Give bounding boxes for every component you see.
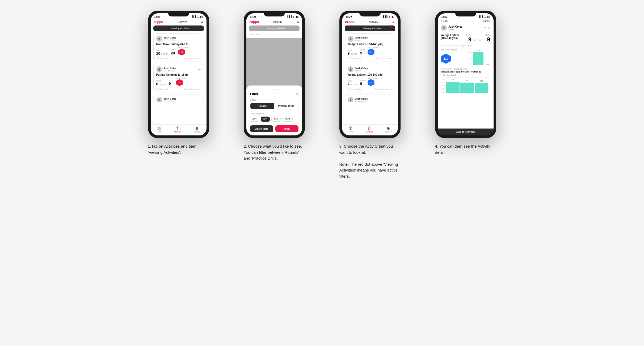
- shots-value-1: 20: [171, 51, 175, 55]
- three-dots-3c[interactable]: ···: [389, 98, 392, 102]
- viewing-bar-text-1: Viewing Activities: [171, 27, 190, 30]
- logo-3: clippd: [345, 20, 355, 24]
- session-title: Wedge Ladder (100-140 yds) - 06 Mar 23: [441, 71, 490, 73]
- card-title-3b: Wedge Ladder (100-140 yds): [348, 73, 392, 76]
- detail-bar-area: 100 50 0 130 APP: [454, 52, 490, 65]
- viewing-bar-2: ⚙ Viewing Activities: [249, 25, 300, 31]
- filter-toggle-row: Rounds Practice Drills: [250, 103, 298, 109]
- status-icons-3: ▐▐▐ ▲ ▮▯: [382, 15, 394, 18]
- three-dots-3b[interactable]: ···: [389, 67, 392, 71]
- detail-title-row: Wedge Ladder(100-140 yds) Score 9 OUT OF: [441, 34, 490, 43]
- phone-2: 13:21 ▐▐▐ ▲ ▮▯ clippd Activity ≡ ⚙ Vie: [244, 11, 305, 138]
- chip-arg[interactable]: ARG: [271, 117, 281, 122]
- practice-drills-button[interactable]: Practice Drills: [274, 103, 298, 109]
- activity-card-1[interactable]: 👤 Josh Coles 28 Feb 2023 ··· Must Make P…: [153, 33, 204, 62]
- activity-card-3b[interactable]: 👤 Josh Coles Today ··· Wedge Ladder (100…: [345, 64, 395, 92]
- detail-user-row: 👤 Josh Coles Today ✏ ⤡: [438, 24, 494, 32]
- nav-home-1[interactable]: 🏠 Home: [157, 126, 162, 133]
- nav-activities-3[interactable]: 🏌 Activities: [365, 126, 373, 133]
- user-date-3b: Today: [355, 70, 368, 72]
- chip-ott[interactable]: OTT: [250, 117, 259, 122]
- chart-area: 140 120 100 80 60 132 129: [441, 77, 490, 93]
- three-dots-3[interactable]: ···: [198, 98, 201, 102]
- filter-modal: Filter ✕ Show Rounds Practice Drills Pra…: [246, 86, 302, 135]
- sq-hex-1: 75: [178, 49, 185, 55]
- avatar-1: 👤: [156, 36, 162, 42]
- card-user-3c: 👤 Josh Coles 28 Feb 2023: [348, 97, 368, 102]
- card-stats-1: Score 10 OUT OF Shots 20: [156, 47, 201, 55]
- chip-app[interactable]: APP: [261, 117, 270, 122]
- outof-3a: OUT OF: [350, 53, 357, 55]
- user-date-1: 28 Feb 2023: [164, 39, 176, 41]
- back-to-activities-button[interactable]: Back to Activities: [438, 129, 494, 135]
- viewing-bar-1[interactable]: ⚙ Viewing Activities: [153, 25, 204, 31]
- activity-card-3a[interactable]: 👤 Josh Coles Today ··· Wedge Ladder (100…: [345, 33, 395, 62]
- card-footer-3a: Test Information Data: Clippd Capture: [348, 57, 392, 59]
- outof-3b: OUT OF: [350, 84, 357, 86]
- apply-button[interactable]: Apply: [275, 125, 298, 132]
- avatar-3b: 👤: [348, 66, 353, 72]
- user-name-3c: Josh Coles: [355, 97, 368, 100]
- status-icons-2: ▐▐▐ ▲ ▮▯: [287, 15, 298, 18]
- app-header-1: clippd Activity ≡: [151, 19, 207, 25]
- phone-4-inner: 13:21 ▐▐▐ ▲ ▮▯ < Back Cancel 👤: [438, 13, 494, 135]
- caption-1: 1.Tap on Activities and then 'Viewing Ac…: [148, 143, 209, 155]
- card-header-3a: 👤 Josh Coles Today ···: [348, 36, 392, 42]
- filter-title: Filter: [250, 92, 259, 96]
- viewing-bar-text-3: Viewing Activities: [363, 27, 381, 30]
- card-title-3a: Wedge Ladder (100-140 yds): [348, 43, 392, 46]
- home-icon-1: 🏠: [157, 126, 161, 130]
- sq-label-3b: Shot Quality: [368, 77, 378, 79]
- cancel-button[interactable]: Cancel: [483, 20, 490, 22]
- sq-hex-large: 130: [441, 54, 451, 64]
- phone-1-inner: 13:20 ▐▐▐ ▲ ▮▯ clippd Activity ≡ ⚙ Vie: [151, 13, 207, 135]
- user-date-2: 28 Feb 2023: [164, 70, 176, 72]
- user-name-3b: Josh Coles: [355, 67, 368, 70]
- nav-capture-1[interactable]: ⊕ Capture: [193, 126, 200, 133]
- filter-overlay: Filter ✕ Show Rounds Practice Drills Pra…: [246, 38, 302, 135]
- bottom-nav-3: 🏠 Home 🏌 Activities ⊕ Capture: [342, 124, 398, 135]
- nav-activities-1[interactable]: 🏌 Activities: [174, 126, 182, 133]
- capture-icon-3: ⊕: [387, 126, 390, 130]
- shots-label-3b: Shots: [360, 79, 365, 81]
- home-label-3: Home: [348, 131, 353, 133]
- back-button[interactable]: < Back: [441, 20, 448, 22]
- home-label-1: Home: [157, 131, 162, 133]
- nav-home-3[interactable]: 🏠 Home: [348, 126, 353, 133]
- wifi-icon: ▲: [197, 15, 199, 18]
- chart-bars: 132 129 124: [441, 78, 490, 93]
- clear-filters-button[interactable]: Clear Filters: [250, 125, 273, 132]
- detail-action-icons: ✏ ⤡: [483, 26, 490, 30]
- y-label-120: 120: [442, 82, 445, 83]
- expand-icon[interactable]: ⤡: [488, 26, 490, 30]
- avg-sq-label: Avg Shot Quality: [441, 49, 490, 51]
- nav-capture-3[interactable]: ⊕ Capture: [385, 126, 392, 133]
- shots-label-3a: Shots: [360, 49, 365, 51]
- menu-icon-2[interactable]: ≡: [297, 20, 299, 24]
- scroll-area-3: 👤 Josh Coles Today ··· Wedge Ladder (100…: [342, 33, 398, 124]
- sq-label-2: Shot Quality: [176, 77, 186, 79]
- wifi-icon-3: ▲: [388, 15, 391, 18]
- three-dots-3a[interactable]: ···: [389, 37, 392, 41]
- activities-label-3: Activities: [365, 131, 373, 133]
- outof-2: OUT OF: [159, 84, 166, 86]
- rounds-button[interactable]: Rounds: [250, 103, 274, 109]
- filter-close-icon[interactable]: ✕: [295, 92, 298, 96]
- menu-icon-3[interactable]: ≡: [392, 20, 394, 24]
- capture-label-1: Capture: [193, 131, 200, 133]
- app-header-3: clippd Activity ≡: [342, 19, 398, 25]
- y-label-60: 60: [442, 91, 445, 93]
- phone-3: 13:20 ▐▐▐ ▲ ▮▯ clippd Activity ≡ ⚙ Vie: [339, 11, 401, 138]
- phone-column-1: 13:20 ▐▐▐ ▲ ▮▯ clippd Activity ≡ ⚙ Vie: [136, 11, 221, 155]
- three-dots-2[interactable]: ···: [198, 67, 201, 71]
- card-stats-3b: Score 7 OUT OF Shots 9: [348, 77, 392, 86]
- avatar-3a: 👤: [348, 36, 353, 42]
- menu-icon-1[interactable]: ≡: [201, 20, 203, 24]
- chip-putt[interactable]: PUTT: [282, 117, 293, 122]
- signal-icon-3: ▐▐▐: [382, 15, 387, 18]
- sq-hex-3b: 118: [368, 79, 374, 86]
- three-dots-1[interactable]: ···: [198, 37, 201, 41]
- edit-icon[interactable]: ✏: [483, 26, 486, 30]
- viewing-bar-3[interactable]: ⚙ Viewing Activities: [345, 25, 395, 31]
- activity-card-2[interactable]: 👤 Josh Coles 28 Feb 2023 ··· Putting Com…: [153, 64, 204, 92]
